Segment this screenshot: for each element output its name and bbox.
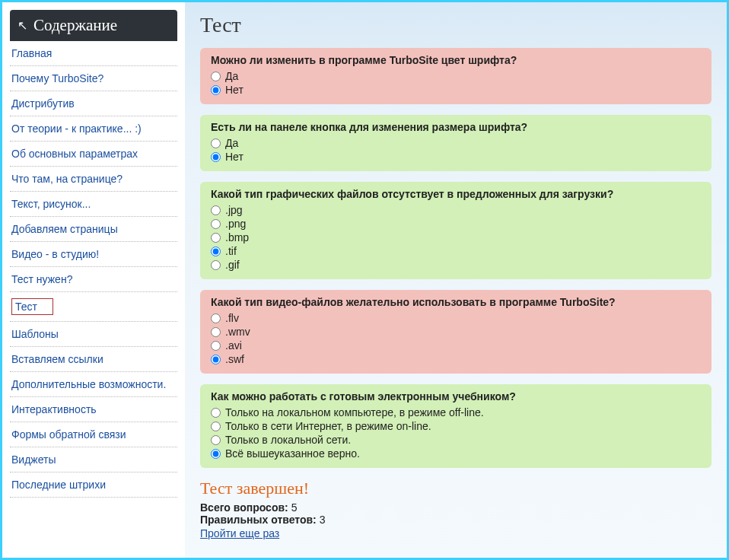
nav-item: Виджеты (10, 447, 177, 473)
option[interactable]: .gif (211, 258, 701, 272)
option[interactable]: .bmp (211, 231, 701, 244)
option-radio[interactable] (211, 152, 221, 162)
option-label: .swf (225, 353, 244, 365)
nav-link[interactable]: Интерактивность (11, 403, 97, 415)
option-label: .gif (225, 259, 240, 271)
question-text: Есть ли на панеле кнопка для изменения р… (211, 121, 701, 133)
option-label: Нет (225, 151, 244, 163)
nav-item: Шаблоны (10, 322, 177, 347)
option[interactable]: .jpg (211, 203, 701, 217)
nav-item: Дистрибутив (10, 91, 177, 116)
nav-item: От теории - к практике... :) (10, 116, 177, 142)
option-radio[interactable] (211, 205, 221, 215)
result-correct: Правильных ответов: 3 (200, 514, 711, 526)
nav-item: Об основных параметрах (10, 142, 177, 167)
option-label: .wmv (225, 326, 250, 338)
nav-link[interactable]: Дополнительные возможности. (11, 378, 166, 390)
option-radio[interactable] (211, 355, 221, 364)
nav-link[interactable]: Главная (11, 47, 52, 59)
option[interactable]: .tif (211, 244, 701, 258)
nav-link[interactable]: Формы обратной связи (11, 428, 126, 441)
option-radio[interactable] (211, 247, 221, 256)
option-label: Только на локальном компьютере, в режиме… (225, 406, 484, 418)
nav-item: Текст, рисунок... (10, 192, 177, 217)
question-text: Какой тип видео-файлов желательно исполь… (211, 296, 701, 308)
nav-item: Главная (10, 41, 177, 66)
nav-item: Почему TurboSite? (10, 66, 177, 91)
nav-item: Вставляем ссылки (10, 347, 177, 372)
questions-container: Можно ли изменить в программе TurboSite … (200, 48, 711, 468)
retry-link[interactable]: Пройти еще раз (200, 527, 279, 539)
option[interactable]: Да (211, 136, 701, 150)
option-label: .flv (225, 312, 239, 324)
option[interactable]: .png (211, 217, 701, 231)
option-label: .avi (225, 339, 242, 352)
option[interactable]: .flv (211, 311, 701, 325)
nav-link[interactable]: Вставляем ссылки (11, 353, 103, 365)
result-total: Всего вопросов: 5 (200, 501, 711, 514)
nav-link[interactable]: Текст, рисунок... (11, 198, 91, 210)
option-label: Нет (225, 84, 244, 96)
option[interactable]: Нет (211, 83, 701, 97)
nav-link[interactable]: Последние штрихи (11, 479, 106, 491)
nav-link[interactable]: Что там, на странице? (11, 173, 123, 185)
option[interactable]: Да (211, 69, 701, 83)
nav-item: Тест нужен? (10, 267, 177, 292)
option-radio[interactable] (211, 85, 221, 95)
sidebar-title: Содержание (33, 16, 117, 35)
option-label: .png (225, 218, 246, 230)
option[interactable]: .swf (211, 352, 701, 366)
option-radio[interactable] (211, 72, 221, 81)
nav-link[interactable]: Тест (11, 298, 53, 315)
option-radio[interactable] (211, 408, 221, 418)
option-label: Только в локальной сети. (225, 434, 351, 446)
nav-list: ГлавнаяПочему TurboSite?ДистрибутивОт те… (10, 41, 177, 498)
option-radio[interactable] (211, 449, 221, 459)
question-block: Как можно работать с готовым электронным… (200, 384, 711, 468)
nav-link[interactable]: Дистрибутив (11, 97, 75, 110)
option-label: .tif (225, 245, 237, 257)
sidebar-header: ↖ Содержание (10, 10, 177, 41)
result-title: Тест завершен! (200, 479, 711, 498)
nav-item: Тест (10, 292, 177, 322)
option[interactable]: Только в локальной сети. (211, 433, 701, 447)
question-text: Какой тип графических файлов отсутствует… (211, 188, 701, 200)
nav-link[interactable]: Тест нужен? (11, 273, 72, 285)
option-radio[interactable] (211, 233, 221, 243)
option-radio[interactable] (211, 313, 221, 323)
nav-link[interactable]: Добавляем страницы (11, 223, 118, 235)
nav-link[interactable]: Шаблоны (11, 328, 59, 340)
question-text: Как можно работать с готовым электронным… (211, 390, 701, 402)
option-radio[interactable] (211, 219, 221, 229)
option-label: Да (225, 137, 238, 149)
question-block: Есть ли на панеле кнопка для изменения р… (200, 115, 711, 171)
nav-link[interactable]: От теории - к практике... :) (11, 123, 142, 135)
option[interactable]: Только на локальном компьютере, в режиме… (211, 406, 701, 419)
option-radio[interactable] (211, 341, 221, 351)
option-label: Только в сети Интернет, в режиме on-line… (225, 420, 431, 432)
nav-link[interactable]: Об основных параметрах (11, 148, 138, 160)
option-radio[interactable] (211, 138, 221, 148)
nav-item: Что там, на странице? (10, 167, 177, 192)
option[interactable]: .avi (211, 339, 701, 352)
option[interactable]: Только в сети Интернет, в режиме on-line… (211, 419, 701, 433)
nav-link[interactable]: Видео - в студию! (11, 248, 99, 260)
option[interactable]: .wmv (211, 325, 701, 339)
option-radio[interactable] (211, 327, 221, 337)
nav-link[interactable]: Виджеты (11, 453, 56, 466)
cursor-icon: ↖ (18, 18, 27, 33)
option[interactable]: Всё вышеуказанное верно. (211, 447, 701, 460)
question-block: Какой тип видео-файлов желательно исполь… (200, 290, 711, 374)
question-text: Можно ли изменить в программе TurboSite … (211, 54, 701, 66)
option-radio[interactable] (211, 422, 221, 431)
option-radio[interactable] (211, 260, 221, 270)
nav-item: Интерактивность (10, 397, 177, 422)
question-block: Можно ли изменить в программе TurboSite … (200, 48, 711, 104)
nav-link[interactable]: Почему TurboSite? (11, 72, 103, 84)
nav-item: Формы обратной связи (10, 422, 177, 447)
option-radio[interactable] (211, 435, 221, 445)
option-label: .bmp (225, 231, 249, 243)
option[interactable]: Нет (211, 150, 701, 164)
nav-item: Видео - в студию! (10, 242, 177, 267)
main-content: Тест Можно ли изменить в программе Turbo… (185, 2, 727, 558)
